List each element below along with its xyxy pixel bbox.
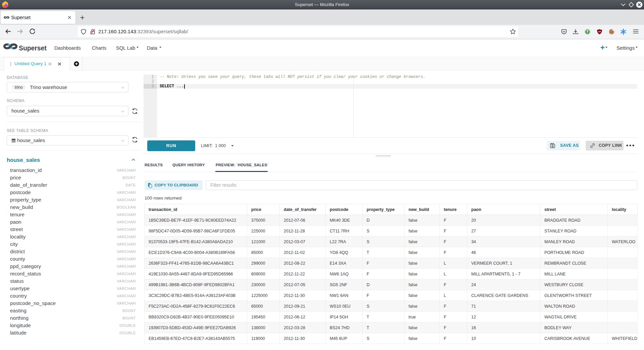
svg-text:uO: uO <box>598 31 601 33</box>
